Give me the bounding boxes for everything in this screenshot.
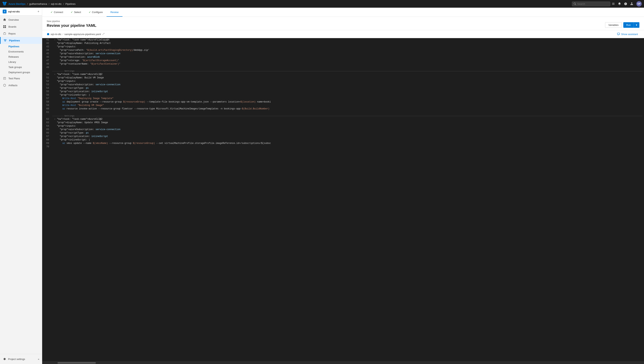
- file-path-label: sample-app/azure-pipelines.yaml: [65, 33, 101, 36]
- line-content[interactable]: - "kw">task: "task-name">AzureFileCopy@4: [51, 38, 644, 42]
- show-assistant-label: Show assistant: [621, 33, 638, 36]
- show-assistant-button[interactable]: Show assistant: [615, 32, 639, 36]
- avatar[interactable]: GF: [636, 1, 642, 6]
- tab-configure[interactable]: ✓ Configure: [85, 8, 107, 17]
- code-scrollbar[interactable]: [42, 361, 644, 364]
- sidebar-item-test-plans[interactable]: Test Plans: [0, 75, 42, 82]
- org-link[interactable]: guilhermefranca: [29, 2, 47, 5]
- code-line: 68 "prop">inlineScript: |: [42, 138, 644, 142]
- sidebar-item-project-settings[interactable]: Project settings «: [0, 356, 42, 362]
- line-content[interactable]: [51, 110, 644, 114]
- line-content[interactable]: "prop">displayName: Publishing Artifact: [51, 42, 644, 45]
- code-line: 70: [42, 145, 644, 148]
- variables-button[interactable]: Variables: [605, 22, 622, 28]
- deployment-groups-label: Deployment groups: [9, 71, 30, 74]
- add-org-button[interactable]: +: [38, 10, 39, 13]
- line-content[interactable]: "prop">scriptLocation: inlineScript: [51, 135, 644, 138]
- wizard-tabs: ✓ Connect ✓ Select ✓ Configure Review: [42, 8, 644, 17]
- sidebar-item-library[interactable]: Library: [0, 60, 42, 64]
- sidebar-item-environments[interactable]: Environments: [0, 49, 42, 54]
- sidebar-nav: Overview Boards Repos Pipe: [0, 16, 42, 354]
- line-number: 66: [42, 131, 51, 135]
- line-content[interactable]: "prop">scriptType: ps: [51, 131, 644, 135]
- run-dropdown-button[interactable]: ▼: [634, 22, 639, 28]
- code-line: 67 "prop">scriptLocation: inlineScript: [42, 135, 644, 138]
- collapse-icon[interactable]: «: [38, 358, 39, 360]
- line-number: 67: [42, 135, 51, 138]
- section-link[interactable]: Pipelines: [65, 2, 76, 5]
- line-content[interactable]: Write-Host "Building VM Image": [51, 104, 644, 107]
- sidebar-item-deployment-groups[interactable]: Deployment groups: [0, 70, 42, 75]
- line-content[interactable]: - "kw">task: "task-name">AzureCLI@2: [51, 72, 644, 76]
- line-content[interactable]: "prop">inlineScript: |: [51, 138, 644, 142]
- line-content[interactable]: "prop">inlineScript: |: [51, 93, 644, 97]
- line-content[interactable]: - "kw">task: "task-name">AzureCLI@2: [51, 118, 644, 121]
- code-line: 50 - "kw">task: "task-name">AzureCLI@2: [42, 72, 644, 76]
- line-content[interactable]: [51, 145, 644, 148]
- line-content[interactable]: "prop">azureSubscription: service-connec…: [51, 128, 644, 131]
- line-content[interactable]: az resource invoke-action --resource-gro…: [51, 107, 644, 110]
- line-content[interactable]: "prop">containerName: '$(artifactContain…: [51, 62, 644, 66]
- code-line: 44 "prop">sourcePath: '$(build.artifactS…: [42, 48, 644, 52]
- help-icon[interactable]: [624, 2, 627, 5]
- notifications-icon[interactable]: [618, 2, 621, 5]
- tab-connect[interactable]: ✓ Connect: [47, 8, 67, 17]
- line-content[interactable]: az deployment group create --resource-gr…: [51, 100, 644, 104]
- sidebar-footer: Project settings «: [0, 354, 42, 364]
- line-number: 69: [42, 142, 51, 145]
- svg-rect-7: [617, 33, 620, 35]
- sidebar-item-releases[interactable]: Releases: [0, 54, 42, 60]
- line-content[interactable]: "prop">inputs:: [51, 45, 644, 48]
- code-line: 53 "prop">azureSubscription: service-con…: [42, 83, 644, 86]
- line-content[interactable]: "prop">azureSubscription: service-connec…: [51, 52, 644, 55]
- sidebar-item-overview[interactable]: Overview: [0, 16, 42, 23]
- connect-check-icon: ✓: [51, 11, 53, 14]
- file-path: sql-mi-dtc / sample-app/azure-pipelines.…: [47, 33, 615, 36]
- line-content[interactable]: "prop">azureSubscription: service-connec…: [51, 83, 644, 86]
- sidebar-item-boards[interactable]: Boards: [0, 23, 42, 30]
- sidebar-item-task-groups[interactable]: Task groups: [0, 64, 42, 70]
- run-button[interactable]: Run: [623, 22, 634, 28]
- tab-review[interactable]: Review: [107, 8, 123, 17]
- code-line: 57 Write-Host "Deploying Image Template": [42, 97, 644, 100]
- line-content[interactable]: "prop">scriptLocation: inlineScript: [51, 90, 644, 93]
- page-title-area: New pipeline Review your pipeline YAML: [47, 20, 96, 28]
- line-content[interactable]: [51, 66, 644, 69]
- line-number: 63: [42, 121, 51, 124]
- project-link[interactable]: sql-mi-dtc: [51, 2, 62, 5]
- edit-file-icon[interactable]: [102, 33, 105, 36]
- sidebar-item-pipelines-sub[interactable]: Pipelines: [0, 44, 42, 49]
- code-editor[interactable]: 41 - "kw">task: "task-name">AzureFileCop…: [42, 38, 644, 361]
- section-label: Settings: [42, 69, 644, 72]
- line-number: 70: [42, 145, 51, 148]
- code-line: 47 "prop">storage: '$(artifactStorageAcc…: [42, 59, 644, 62]
- list-icon[interactable]: [612, 2, 615, 5]
- line-content[interactable]: "prop">sourcePath: '$(build.artifactStag…: [51, 48, 644, 52]
- line-content[interactable]: "prop">inputs:: [51, 80, 644, 83]
- line-content[interactable]: "prop">scriptType: ps: [51, 86, 644, 90]
- line-content[interactable]: az vmss update --name $(vmssName) --reso…: [51, 142, 644, 145]
- tab-select-label: Select: [74, 11, 81, 14]
- releases-label: Releases: [9, 55, 19, 58]
- line-content[interactable]: "prop">displayName: Build VM Image: [51, 76, 644, 80]
- line-content[interactable]: "prop">inputs:: [51, 124, 644, 128]
- sidebar-item-artifacts[interactable]: Artifacts: [0, 82, 42, 89]
- sidebar-item-repos[interactable]: Repos: [0, 30, 42, 37]
- brand-link[interactable]: Azure DevOps: [9, 2, 26, 5]
- line-content[interactable]: "prop">storage: '$(artifactStorageAccoun…: [51, 59, 644, 62]
- code-scrollbar-thumb[interactable]: [58, 362, 96, 364]
- line-content[interactable]: "prop">displayName: Update VMSS Image: [51, 121, 644, 124]
- line-content[interactable]: "prop">destination: azureBlob: [51, 55, 644, 59]
- user-settings-icon[interactable]: [630, 2, 633, 5]
- page-title: Review your pipeline YAML: [47, 23, 96, 28]
- line-content[interactable]: Write-Host "Deploying Image Template": [51, 97, 644, 100]
- tab-select[interactable]: ✓ Select: [67, 8, 85, 17]
- line-number: 52: [42, 80, 51, 83]
- toolbar-actions: Show assistant: [615, 32, 639, 36]
- repo-name: sql-mi-dtc: [51, 33, 61, 36]
- code-line: 52 "prop">inputs:: [42, 80, 644, 83]
- sidebar-item-pipelines[interactable]: Pipelines: [0, 37, 42, 44]
- search-input[interactable]: [577, 2, 608, 5]
- page-actions: Variables Run ▼: [605, 22, 639, 28]
- search-box[interactable]: [572, 2, 610, 6]
